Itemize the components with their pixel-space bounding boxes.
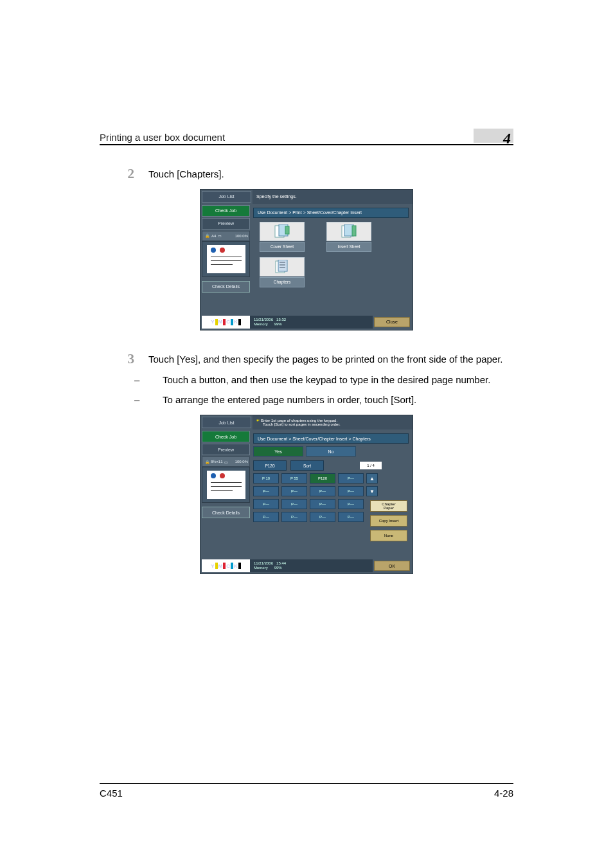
page-cell[interactable]: P--- [338,499,364,509]
svg-rect-7 [278,260,287,271]
chapter-paper-button[interactable]: Chapter Paper [370,500,407,512]
preview-thumb [202,241,250,277]
button-label: Chapters [260,277,305,287]
svg-rect-2 [285,226,289,234]
page-cell[interactable]: P 10 [253,473,279,484]
header-rule [100,144,513,145]
preview-tab[interactable]: Preview [202,444,250,455]
left-panel: Check Job Preview 🔒 A4 ▭ 100.0% Check De… [202,205,250,293]
footer-date: 11/21/2006 [254,318,273,321]
sub-text: To arrange the entered page numbers in o… [163,394,416,405]
memory-value: 99% [274,566,282,570]
page-cell[interactable]: P--- [338,473,364,484]
toner-c-icon [231,563,233,569]
svg-rect-5 [352,226,356,236]
toner-m-label: M [218,563,223,569]
check-job-tab[interactable]: Check Job [202,205,250,217]
toner-y-icon [215,319,218,325]
page-cell[interactable]: P--- [281,512,307,522]
yes-button[interactable]: Yes [253,446,303,457]
no-button[interactable]: No [306,446,356,457]
footer-date: 11/21/2006 [254,561,273,565]
message-line2: Touch [Sort] to sort pages in ascending … [256,422,341,426]
button-label: Cover Sheet [260,242,305,252]
page-cell[interactable]: P--- [281,486,307,496]
toner-y-label: Y [211,319,214,325]
job-list-button[interactable]: Job List [202,191,251,203]
chapters-button[interactable]: Chapters [260,257,305,287]
insert-sheet-icon [326,222,371,241]
breadcrumb: Use Document > Sheet/Cover/Chapter Inser… [253,433,409,444]
cover-sheet-icon [260,222,305,241]
memory-value: 99% [274,322,282,326]
toner-m-icon [223,319,226,325]
insert-sheet-button[interactable]: Insert Sheet [326,222,371,252]
page-cell[interactable]: P--- [253,499,279,509]
step-sub: –To arrange the entered page numbers in … [148,393,513,407]
preview-thumb [202,467,250,503]
none-button[interactable]: None [370,530,407,541]
button-label: Insert Sheet [326,242,371,252]
sub-text: Touch a button, and then use the keypad … [163,374,490,385]
page-cell[interactable]: P 55 [281,473,307,484]
footer-bar: Y M C K 11/21/2006 15:44 Memory 99% OK [202,559,411,572]
step-number: 2 [100,167,134,181]
page-cell[interactable]: P--- [253,486,279,496]
thumb-line-icon [211,482,242,483]
page-cell[interactable]: P--- [253,512,279,522]
page-cell[interactable]: P--- [310,499,335,509]
page-footer: C451 4-28 [100,783,513,799]
page-up-button[interactable]: ▲ [366,473,378,484]
toner-y-icon [215,563,218,569]
page-cell[interactable]: P--- [310,486,335,496]
toner-levels: Y M C K [202,316,250,329]
page-cell[interactable]: P--- [338,512,364,522]
main-area: Cover Sheet Insert Sheet Chapters [253,219,409,290]
toner-k-label: K [234,319,238,325]
thumb-dot-icon [220,473,225,478]
landscape-icon: ▭ [224,460,228,464]
step-sub: –Touch a button, and then use the keypad… [148,373,513,387]
check-details-button[interactable]: Check Details [202,281,250,293]
thumb-dot-icon [220,248,225,253]
thumb-line-icon [211,260,242,261]
footer-model: C451 [100,788,123,799]
page: Printing a user box document 4 2 Touch [… [0,0,613,868]
page-cell[interactable]: P--- [281,499,307,509]
screenshot-2: Job List ☛Enter 1st page of chapters usi… [200,415,413,574]
check-job-tab[interactable]: Check Job [202,431,250,442]
page-cell[interactable]: P--- [310,512,335,522]
main-area: Yes No P120 Sort 1 / 4 P 10 P 55 P120 P-… [253,445,407,525]
message-bar: ☛Enter 1st page of chapters using the ke… [253,415,413,429]
page-indicator: 1 / 4 [360,462,382,469]
cover-sheet-button[interactable]: Cover Sheet [260,222,305,252]
lock-icon: 🔒 [205,460,209,464]
thumb-line-icon [211,264,233,265]
check-details-button[interactable]: Check Details [202,507,250,518]
screenshot-1: Job List Specify the settings. Check Job… [200,189,413,330]
page-down-button[interactable]: ▼ [366,486,378,496]
close-button[interactable]: Close [374,317,410,327]
sort-button[interactable]: Sort [290,460,324,471]
thumb-dot-icon [211,473,216,478]
left-panel: Check Job Preview 🔒 8½×11 ▭ 100.0% Check… [202,431,250,518]
page-cell[interactable]: P120 [310,473,335,484]
right-button-column: Chapter Paper Copy Insert None [370,500,407,541]
toner-levels: Y M C K [202,559,250,572]
chapters-icon [260,257,305,276]
preview-tab[interactable]: Preview [202,218,250,230]
copy-insert-button[interactable]: Copy Insert [370,515,407,527]
chapter-number-box: 4 [474,129,513,143]
paper-size: A4 [211,234,216,238]
footer-time: 15:44 [276,561,286,565]
toner-k-icon [238,319,241,325]
thumb-line-icon [211,486,242,487]
memory-label: Memory [254,322,268,326]
ok-button[interactable]: OK [374,561,410,571]
footer-page: 4-28 [494,788,513,799]
toner-c-icon [231,319,233,325]
preview-info: 🔒 8½×11 ▭ 100.0% [202,457,250,467]
page-cell[interactable]: P--- [338,486,364,496]
job-list-button[interactable]: Job List [202,417,251,428]
zoom-value: 100.0% [235,460,248,464]
